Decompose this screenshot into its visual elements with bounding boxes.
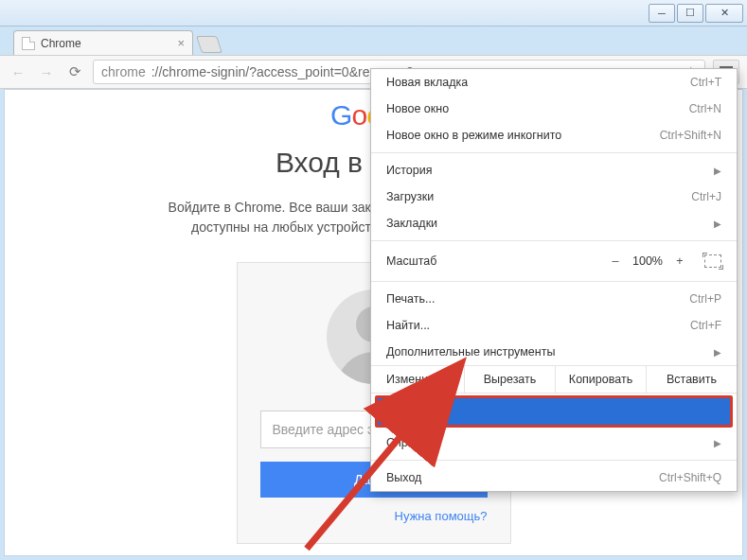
cut-button[interactable]: Вырезать bbox=[464, 366, 555, 393]
chevron-right-icon: ▶ bbox=[714, 166, 721, 176]
menu-item-find[interactable]: Найти... Ctrl+F bbox=[371, 312, 737, 339]
settings-highlight: Настройки bbox=[375, 395, 733, 428]
tab-strip: Chrome × bbox=[0, 26, 747, 55]
menu-item-downloads[interactable]: Загрузки Ctrl+J bbox=[371, 184, 737, 210]
menu-item-print[interactable]: Печать... Ctrl+P bbox=[371, 286, 737, 312]
maximize-button[interactable]: ☐ bbox=[677, 4, 703, 23]
close-tab-icon[interactable]: × bbox=[177, 36, 185, 50]
zoom-value: 100% bbox=[627, 254, 668, 268]
chevron-right-icon: ▶ bbox=[714, 219, 721, 229]
chrome-menu: Новая вкладка Ctrl+T Новое окно Ctrl+N Н… bbox=[370, 68, 738, 492]
menu-item-help[interactable]: Справка ▶ bbox=[371, 429, 737, 456]
forward-button[interactable]: → bbox=[36, 61, 57, 82]
menu-item-new-window[interactable]: Новое окно Ctrl+N bbox=[371, 96, 737, 122]
menu-item-edit: Изменить Вырезать Копировать Вставить bbox=[371, 365, 737, 394]
copy-button[interactable]: Копировать bbox=[555, 366, 646, 393]
new-tab-button[interactable] bbox=[196, 36, 222, 53]
menu-item-exit[interactable]: Выход Ctrl+Shift+Q bbox=[371, 464, 737, 491]
back-button[interactable]: ← bbox=[8, 61, 28, 82]
menu-item-settings[interactable]: Настройки bbox=[378, 398, 730, 425]
menu-item-more-tools[interactable]: Дополнительные инструменты ▶ bbox=[371, 339, 737, 365]
window-titlebar: ─ ☐ ✕ bbox=[0, 0, 747, 26]
menu-item-bookmarks[interactable]: Закладки ▶ bbox=[371, 210, 737, 236]
tab-chrome[interactable]: Chrome × bbox=[13, 30, 193, 55]
zoom-out-button[interactable]: – bbox=[604, 254, 627, 268]
paste-button[interactable]: Вставить bbox=[646, 366, 737, 393]
close-window-button[interactable]: ✕ bbox=[705, 4, 743, 23]
menu-item-new-tab[interactable]: Новая вкладка Ctrl+T bbox=[371, 69, 737, 96]
chevron-right-icon: ▶ bbox=[714, 438, 721, 448]
need-help-link[interactable]: Нужна помощь? bbox=[395, 509, 488, 523]
menu-item-zoom: Масштаб – 100% + bbox=[371, 245, 737, 277]
chevron-right-icon: ▶ bbox=[714, 347, 721, 358]
menu-item-incognito[interactable]: Новое окно в режиме инкогнито Ctrl+Shift… bbox=[371, 122, 737, 149]
zoom-in-button[interactable]: + bbox=[668, 254, 691, 268]
minimize-button[interactable]: ─ bbox=[649, 4, 675, 23]
reload-button[interactable]: ⟳ bbox=[64, 61, 85, 82]
menu-item-history[interactable]: История ▶ bbox=[371, 157, 737, 184]
tab-title: Chrome bbox=[41, 37, 81, 50]
fullscreen-icon[interactable] bbox=[704, 254, 721, 268]
page-icon bbox=[22, 37, 35, 50]
url-scheme: chrome bbox=[101, 64, 146, 79]
